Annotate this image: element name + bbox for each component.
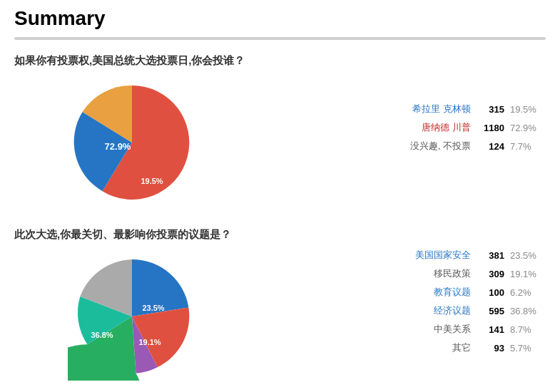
legend-count-1-1: 1180 — [478, 123, 510, 133]
legend-count-1-2: 124 — [478, 141, 510, 152]
legend-label-2-5: 其它 — [271, 341, 478, 354]
legend-count-2-0: 381 — [478, 250, 510, 261]
page-title: Summary — [14, 7, 546, 30]
question-1-left: 如果你有投票权,美国总统大选投票日,你会投谁？ 72.9% 19.5% — [14, 54, 250, 207]
legend-row-1-1: 唐纳德 川普 1180 72.9% — [271, 121, 546, 134]
pie2-label-green: 36.8% — [91, 331, 113, 339]
pie1-label-trump: 72.9% — [105, 141, 131, 152]
legend-pct-2-5: 5.7% — [510, 343, 546, 354]
legend-count-2-3: 595 — [478, 306, 510, 316]
pie1-label-hillary: 19.5% — [141, 177, 163, 185]
pie-chart-2: 23.5% 19.1% 36.8% — [68, 252, 196, 381]
legend-label-2-0: 美国国家安全 — [271, 249, 478, 262]
legend-label-2-2: 教育议题 — [271, 286, 478, 299]
legend-row-2-5: 其它 93 5.7% — [271, 341, 546, 354]
question-2-text: 此次大选,你最关切、最影响你投票的议题是？ — [14, 228, 250, 242]
legend-row-1-0: 希拉里 克林顿 315 19.5% — [271, 103, 546, 115]
legend-pct-2-3: 36.8% — [510, 306, 546, 316]
legend-pct-1-1: 72.9% — [510, 123, 546, 133]
pie2-label-blue: 23.5% — [142, 304, 164, 312]
legend-label-2-1: 移民政策 — [271, 267, 478, 280]
question-2-legend: 美国国家安全 381 23.5% 移民政策 309 19.1% 教育议题 100… — [250, 249, 546, 360]
legend-row-2-1: 移民政策 309 19.1% — [271, 267, 546, 280]
legend-row-2-3: 经济议题 595 36.8% — [271, 304, 546, 317]
question-1-block: 如果你有投票权,美国总统大选投票日,你会投谁？ 72.9% 19.5% 希拉里 … — [14, 54, 546, 207]
legend-pct-1-2: 7.7% — [510, 141, 546, 152]
legend-row-1-2: 没兴趣, 不投票 124 7.7% — [271, 140, 546, 153]
legend-pct-1-0: 19.5% — [510, 104, 546, 115]
divider — [14, 37, 546, 40]
legend-count-2-1: 309 — [478, 269, 510, 279]
legend-count-2-5: 93 — [478, 343, 510, 354]
legend-label-2-4: 中美关系 — [271, 323, 478, 336]
question-1-pie: 72.9% 19.5% — [14, 78, 250, 207]
legend-row-2-4: 中美关系 141 8.7% — [271, 323, 546, 336]
legend-label-2-3: 经济议题 — [271, 304, 478, 317]
question-2-left: 此次大选,你最关切、最影响你投票的议题是？ 23.5% 19.1% — [14, 228, 250, 381]
question-2-block: 此次大选,你最关切、最影响你投票的议题是？ 23.5% 19.1% — [14, 228, 546, 381]
legend-label-1-2: 没兴趣, 不投票 — [271, 140, 478, 153]
pie-chart-1: 72.9% 19.5% — [68, 78, 196, 207]
legend-label-1-0: 希拉里 克林顿 — [271, 103, 478, 115]
legend-count-2-4: 141 — [478, 324, 510, 335]
legend-pct-2-2: 6.2% — [510, 287, 546, 298]
legend-pct-2-1: 19.1% — [510, 269, 546, 279]
question-2-pie: 23.5% 19.1% 36.8% — [14, 252, 250, 381]
legend-row-2-2: 教育议题 100 6.2% — [271, 286, 546, 299]
legend-label-1-1: 唐纳德 川普 — [271, 121, 478, 134]
legend-row-2-0: 美国国家安全 381 23.5% — [271, 249, 546, 262]
legend-count-1-0: 315 — [478, 104, 510, 115]
pie2-label-red: 19.1% — [138, 338, 161, 346]
legend-pct-2-0: 23.5% — [510, 250, 546, 261]
legend-count-2-2: 100 — [478, 287, 510, 298]
legend-pct-2-4: 8.7% — [510, 324, 546, 335]
question-1-text: 如果你有投票权,美国总统大选投票日,你会投谁？ — [14, 54, 250, 68]
question-1-legend: 希拉里 克林顿 315 19.5% 唐纳德 川普 1180 72.9% 没兴趣,… — [250, 103, 546, 158]
